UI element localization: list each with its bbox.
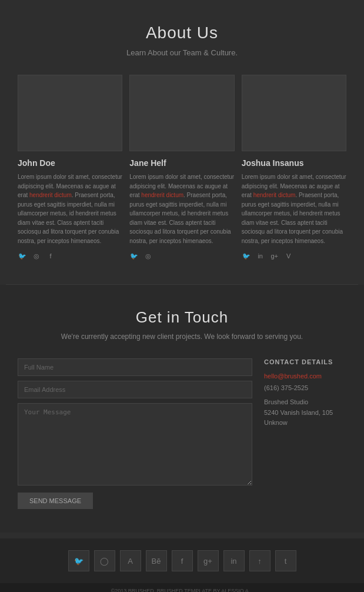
copyright-bar: ©2013 BRUSHED. BRUSHED TEMPLATE BY ALESS… <box>0 583 364 592</box>
footer-twitter-icon[interactable]: 🐦 <box>68 550 89 571</box>
linkedin-icon-3[interactable]: in <box>256 251 265 261</box>
team-social-3: 🐦 in g+ V <box>242 251 346 261</box>
company-name: Brushed Studio <box>264 398 308 405</box>
footer-share-icon[interactable]: ↑ <box>249 550 271 571</box>
team-photo-3 <box>242 75 346 151</box>
team-bio-2: Lorem ipsum dolor sit amet, consectetur … <box>129 172 234 245</box>
team-photo-1 <box>18 75 122 151</box>
contact-details: CONTACT DETAILS hello@brushed.com (616) … <box>264 358 346 509</box>
footer-tumblr-icon[interactable]: t <box>275 550 296 571</box>
contact-body: SEND MESSAGE CONTACT DETAILS hello@brush… <box>18 358 346 509</box>
footer-linkedin-icon[interactable]: in <box>223 550 245 571</box>
send-button[interactable]: SEND MESSAGE <box>18 493 93 509</box>
copyright-text: ©2013 BRUSHED. BRUSHED TEMPLATE BY ALESS… <box>111 588 253 592</box>
facebook-icon-1[interactable]: f <box>46 251 55 261</box>
footer-behance-icon[interactable]: Bē <box>146 550 167 571</box>
contact-header: Get in Touch We're currently accepting n… <box>12 308 352 341</box>
team-name-3: Joshua Insanus <box>242 158 346 168</box>
team-name-1: John Doe <box>18 158 122 168</box>
message-textarea[interactable] <box>18 403 252 485</box>
team-card-1: John Doe Lorem ipsum dolor sit amet, con… <box>18 75 122 261</box>
twitter-icon-2[interactable]: 🐦 <box>129 251 139 261</box>
footer-facebook-icon[interactable]: f <box>172 550 193 571</box>
twitter-icon-3[interactable]: 🐦 <box>242 251 251 261</box>
instagram-icon-2[interactable]: ◎ <box>143 251 153 261</box>
footer-social: 🐦 ◯ A Bē f g+ in ↑ t <box>0 538 364 583</box>
team-social-1: 🐦 ◎ f <box>18 251 122 261</box>
footer-pinterest-icon[interactable]: ◯ <box>94 550 115 571</box>
about-section: About Us Learn About our Team & Culture.… <box>0 0 364 284</box>
vimeo-icon-3[interactable]: V <box>284 251 293 261</box>
contact-details-title: CONTACT DETAILS <box>264 358 346 365</box>
team-card-2: Jane Helf Lorem ipsum dolor sit amet, co… <box>129 75 234 261</box>
team-card-3: Joshua Insanus Lorem ipsum dolor sit ame… <box>242 75 346 261</box>
team-social-2: 🐦 ◎ <box>129 251 234 261</box>
bio-link-3[interactable]: hendrerit dictum <box>253 192 296 198</box>
team-bio-3: Lorem ipsum dolor sit amet, consectetur … <box>242 172 346 245</box>
contact-title: Get in Touch <box>12 308 352 327</box>
twitter-icon-1[interactable]: 🐦 <box>18 251 27 261</box>
pinterest-icon-1[interactable]: ◎ <box>32 251 41 261</box>
bio-link-2[interactable]: hendrerit dictum <box>141 192 183 198</box>
email-input[interactable] <box>18 381 252 398</box>
contact-email[interactable]: hello@brushed.com <box>264 373 346 380</box>
footer-font-icon[interactable]: A <box>120 550 141 571</box>
about-title: About Us <box>12 24 352 42</box>
contact-address: Brushed Studio 5240 Vanish Island, 105 U… <box>264 397 346 428</box>
team-photo-2 <box>129 75 234 151</box>
contact-form: SEND MESSAGE <box>18 358 252 509</box>
contact-phone: (616) 375-2525 <box>264 384 346 391</box>
bio-link-1[interactable]: hendrerit dictum <box>29 192 72 198</box>
team-grid: John Doe Lorem ipsum dolor sit amet, con… <box>18 75 346 261</box>
address-line2: Unknow <box>264 419 288 426</box>
footer-googleplus-icon[interactable]: g+ <box>198 550 219 571</box>
contact-section: Get in Touch We're currently accepting n… <box>0 285 364 533</box>
full-name-input[interactable] <box>18 358 252 376</box>
address-line1: 5240 Vanish Island, 105 <box>264 409 333 416</box>
contact-subtitle: We're currently accepting new client pro… <box>12 332 352 341</box>
googleplus-icon-3[interactable]: g+ <box>270 251 279 261</box>
about-subtitle: Learn About our Team & Culture. <box>12 48 352 57</box>
team-bio-1: Lorem ipsum dolor sit amet, consectetur … <box>18 172 122 245</box>
team-name-2: Jane Helf <box>129 158 234 168</box>
